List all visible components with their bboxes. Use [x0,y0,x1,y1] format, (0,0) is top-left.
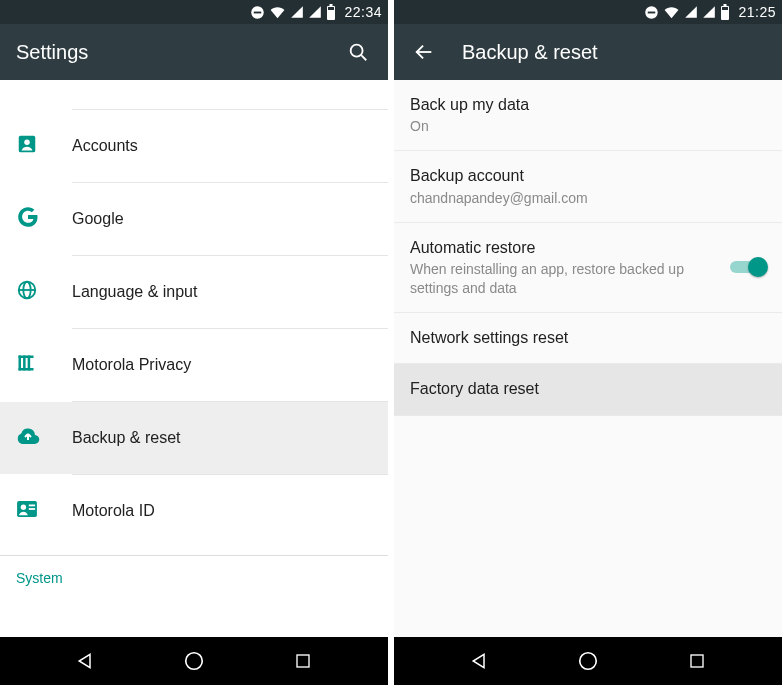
item-title: Back up my data [410,94,758,116]
wifi-icon [663,5,680,20]
backup-icon [16,426,40,450]
app-bar: Settings [0,24,388,80]
item-title: Factory data reset [410,378,758,400]
app-bar: Backup & reset [394,24,782,80]
signal-icon-2 [308,5,322,19]
nav-home-button[interactable] [178,645,210,677]
svg-rect-16 [19,368,34,371]
triangle-back-icon [75,651,95,671]
signal-icon [684,5,698,19]
accounts-icon [16,133,38,159]
dnd-icon [250,5,265,20]
item-factory-data-reset[interactable]: Factory data reset [394,364,782,415]
settings-item-motorola-id[interactable]: Motorola ID [0,475,388,547]
navigation-bar [394,637,782,685]
signal-icon-2 [702,5,716,19]
nav-recents-button[interactable] [681,645,713,677]
item-automatic-restore[interactable]: Automatic restore When reinstalling an a… [394,223,782,313]
svg-rect-22 [297,655,309,667]
nav-back-button[interactable] [463,645,495,677]
circle-home-icon [577,650,599,672]
nav-back-button[interactable] [69,645,101,677]
item-backup-account[interactable]: Backup account chandnapandey@gmail.com [394,151,782,222]
nav-home-button[interactable] [572,645,604,677]
settings-screen: 22:34 Settings Accounts Google Language … [0,0,388,685]
status-bar: 21:25 [394,0,782,24]
item-title: Network settings reset [410,327,758,349]
navigation-bar [0,637,388,685]
backup-reset-screen: 21:25 Backup & reset Back up my data On … [394,0,782,685]
item-title: Backup account [410,165,758,187]
id-icon [16,500,38,522]
item-label: Accounts [72,137,138,155]
back-button[interactable] [410,38,438,66]
clock-text: 21:25 [738,4,776,20]
signal-icon [290,5,304,19]
item-label: Google [72,210,124,228]
search-button[interactable] [344,38,372,66]
nav-recents-button[interactable] [287,645,319,677]
battery-icon [326,4,336,20]
item-label: Motorola ID [72,502,155,520]
svg-rect-1 [254,11,262,13]
item-backup-my-data[interactable]: Back up my data On [394,80,782,151]
svg-point-8 [24,139,30,145]
page-title: Backup & reset [462,41,766,64]
google-icon [16,205,40,233]
svg-rect-25 [724,4,727,6]
svg-rect-20 [29,508,35,510]
dnd-icon [644,5,659,20]
arrow-back-icon [413,41,435,63]
svg-rect-19 [29,505,35,507]
clock-text: 22:34 [344,4,382,20]
item-network-settings-reset[interactable]: Network settings reset [394,313,782,364]
page-title: Settings [16,41,344,64]
item-subtitle: On [410,117,758,136]
automatic-restore-toggle[interactable] [730,257,766,277]
svg-rect-15 [19,356,34,359]
svg-line-6 [361,55,366,60]
status-bar: 22:34 [0,0,388,24]
svg-point-18 [21,505,26,510]
language-icon [16,279,38,305]
item-label: Backup & reset [72,429,181,447]
privacy-icon [16,353,36,377]
search-icon [347,41,369,63]
square-recents-icon [294,652,312,670]
svg-point-29 [580,653,597,670]
square-recents-icon [688,652,706,670]
settings-item-google[interactable]: Google [0,183,388,255]
settings-item-language[interactable]: Language & input [0,256,388,328]
item-subtitle: When reinstalling an app, restore backed… [410,260,722,298]
triangle-back-icon [469,651,489,671]
circle-home-icon [183,650,205,672]
svg-point-5 [351,45,363,57]
svg-point-21 [186,653,203,670]
backup-reset-list: Back up my data On Backup account chandn… [394,80,782,637]
settings-item-accounts[interactable]: Accounts [0,110,388,182]
svg-rect-4 [328,7,334,10]
svg-rect-2 [330,4,333,6]
item-title: Automatic restore [410,237,722,259]
svg-rect-24 [648,11,656,13]
item-label: Motorola Privacy [72,356,191,374]
svg-rect-27 [722,7,728,10]
settings-item-motorola-privacy[interactable]: Motorola Privacy [0,329,388,401]
settings-item-backup-reset[interactable]: Backup & reset [0,402,388,474]
wifi-icon [269,5,286,20]
settings-list: Accounts Google Language & input Motorol… [0,80,388,637]
item-subtitle: chandnapandey@gmail.com [410,189,758,208]
svg-rect-30 [691,655,703,667]
section-header-system: System [0,556,388,594]
item-label: Language & input [72,283,197,301]
battery-icon [720,4,730,20]
